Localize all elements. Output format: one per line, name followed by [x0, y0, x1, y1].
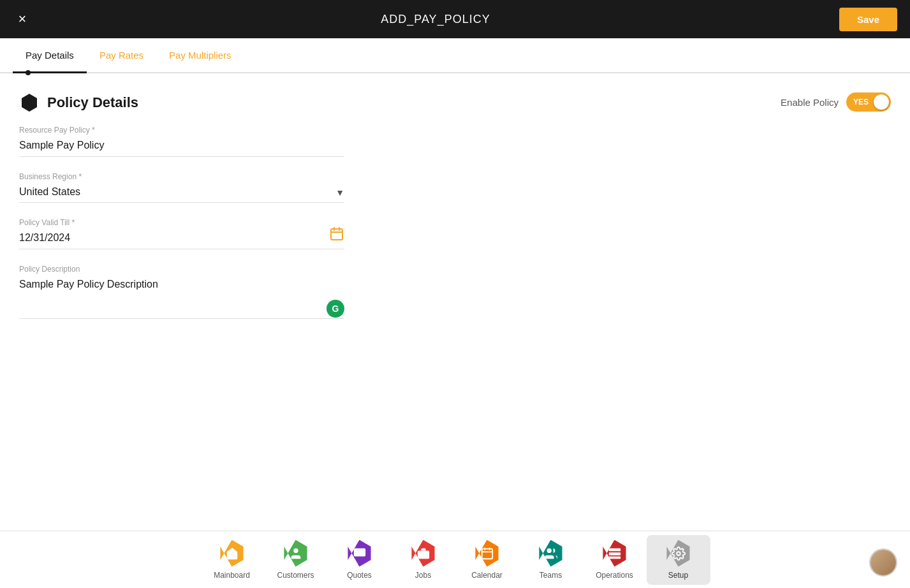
calendar-icon[interactable] [329, 226, 344, 246]
form-section: Resource Pay Policy * Business Region * … [19, 126, 344, 321]
user-avatar[interactable] [869, 548, 897, 577]
calendar-nav-icon [474, 540, 501, 567]
jobs-icon [410, 540, 437, 567]
svg-rect-1 [331, 229, 342, 240]
nav-item-operations[interactable]: Operations [583, 535, 647, 585]
user-avatar-image [870, 550, 896, 575]
section-title: Policy Details [47, 94, 138, 111]
nav-item-setup[interactable]: Setup [647, 535, 710, 585]
toggle-thumb [874, 94, 889, 110]
main-content: Enable Policy YES Policy Details Resourc… [0, 73, 910, 531]
grammarly-icon[interactable]: G [327, 300, 344, 318]
tabs-row: Pay Details Pay Rates Pay Multipliers [0, 38, 910, 73]
policy-description-label: Policy Description [19, 265, 344, 274]
tab-pay-details[interactable]: Pay Details [13, 38, 87, 72]
svg-point-5 [293, 548, 298, 552]
customers-icon [283, 540, 309, 567]
close-button[interactable]: × [13, 11, 32, 27]
calendar-label: Calendar [471, 571, 503, 580]
section-hex-icon [19, 92, 40, 113]
policy-valid-till-field: Policy Valid Till * [19, 218, 344, 249]
policy-valid-till-input[interactable] [19, 230, 344, 249]
enable-policy-toggle[interactable]: YES [846, 92, 891, 112]
setup-label: Setup [668, 571, 688, 580]
top-bar: × ADD_PAY_POLICY Save [0, 0, 910, 38]
tab-pay-multipliers[interactable]: Pay Multipliers [156, 38, 244, 72]
jobs-label: Jobs [415, 571, 431, 580]
svg-rect-7 [417, 550, 429, 559]
teams-label: Teams [539, 571, 562, 580]
operations-label: Operations [596, 571, 633, 580]
teams-icon [538, 540, 564, 567]
toggle-track: YES [846, 92, 891, 112]
customers-label: Customers [277, 571, 314, 580]
policy-description-field: Policy Description Sample Pay Policy Des… [19, 265, 344, 321]
section-header: Policy Details [19, 92, 891, 113]
nav-item-quotes[interactable]: Quotes [328, 535, 392, 585]
mainboard-icon [219, 540, 246, 567]
tab-pay-rates[interactable]: Pay Rates [87, 38, 156, 72]
quotes-label: Quotes [347, 571, 372, 580]
nav-item-calendar[interactable]: Calendar [455, 535, 519, 585]
mainboard-label: Mainboard [214, 571, 250, 580]
resource-pay-policy-input[interactable] [19, 137, 344, 157]
bottom-nav: Mainboard Customers Quotes [0, 531, 910, 588]
operations-icon [601, 540, 628, 567]
nav-items: Mainboard Customers Quotes [200, 535, 710, 585]
svg-point-16 [677, 552, 680, 555]
business-region-label: Business Region * [19, 172, 344, 181]
enable-policy-label: Enable Policy [781, 97, 839, 108]
resource-pay-policy-label: Resource Pay Policy * [19, 126, 344, 135]
enable-policy-row: Enable Policy YES [781, 92, 891, 112]
business-region-field: Business Region * United States Europe A… [19, 172, 344, 203]
svg-rect-15 [608, 556, 620, 559]
nav-item-jobs[interactable]: Jobs [392, 535, 455, 585]
nav-item-mainboard[interactable]: Mainboard [200, 535, 264, 585]
svg-rect-13 [608, 548, 620, 551]
svg-rect-8 [481, 548, 492, 559]
svg-marker-0 [22, 94, 37, 112]
nav-item-customers[interactable]: Customers [264, 535, 328, 585]
resource-pay-policy-field: Resource Pay Policy * [19, 126, 344, 157]
svg-point-12 [547, 548, 551, 552]
page-title: ADD_PAY_POLICY [381, 13, 490, 26]
policy-description-textarea[interactable]: Sample Pay Policy Description [19, 276, 344, 319]
svg-rect-6 [353, 548, 365, 556]
toggle-yes-label: YES [853, 98, 869, 107]
svg-rect-14 [608, 552, 620, 555]
save-button[interactable]: Save [839, 8, 897, 31]
nav-item-teams[interactable]: Teams [519, 535, 583, 585]
quotes-icon [346, 540, 373, 567]
policy-valid-till-label: Policy Valid Till * [19, 218, 344, 227]
setup-icon [665, 540, 692, 567]
business-region-select[interactable]: United States Europe Asia Pacific [19, 184, 344, 203]
